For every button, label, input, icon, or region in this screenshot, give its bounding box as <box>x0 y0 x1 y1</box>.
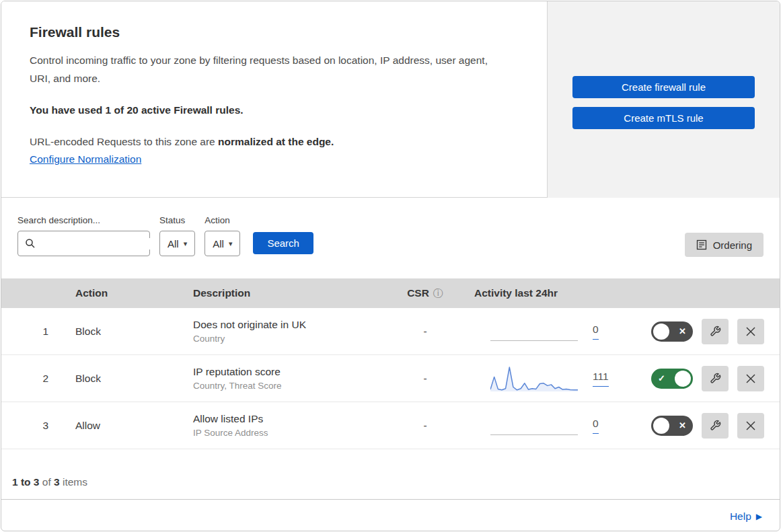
range-text: 1 to 3 <box>12 476 39 488</box>
rule-description-cell: Does not originate in UK Country <box>180 319 395 344</box>
rule-description-cell: Allow listed IPs IP Source Address <box>180 413 395 438</box>
ordering-button[interactable]: Ordering <box>685 233 764 257</box>
pagination-summary: 1 to 3 of 3 items <box>1 449 780 500</box>
action-header: Action <box>62 287 180 299</box>
search-label: Search description... <box>17 215 150 225</box>
activity-sparkline-empty <box>490 340 578 341</box>
rule-priority: 2 <box>1 373 62 385</box>
search-input[interactable] <box>41 238 175 250</box>
rule-csr: - <box>395 326 455 338</box>
top-section: Firewall rules Control incoming traffic … <box>1 1 780 198</box>
rule-action: Block <box>62 326 180 338</box>
rule-controls: ✕ <box>651 413 780 439</box>
enable-toggle[interactable]: ✕ <box>651 321 693 342</box>
usage-summary: You have used 1 of 20 active Firewall ru… <box>30 104 500 116</box>
close-icon <box>745 373 757 385</box>
toggle-off-x-icon: ✕ <box>679 420 686 430</box>
rule-activity-cell: 0 <box>455 418 651 434</box>
description-header: Description <box>180 287 395 299</box>
toggle-knob <box>675 371 691 387</box>
help-label: Help <box>730 510 751 523</box>
rules-table: Action Description CSR ⓘ Activity last 2… <box>1 278 780 449</box>
search-icon <box>25 238 36 249</box>
action-select[interactable]: All ▾ <box>204 231 240 256</box>
info-icon[interactable]: ⓘ <box>433 287 443 300</box>
delete-rule-button[interactable] <box>737 413 764 439</box>
csr-header: CSR ⓘ <box>395 287 455 300</box>
edit-rule-button[interactable] <box>702 319 729 344</box>
action-group: Action All ▾ <box>204 215 240 278</box>
rule-description: IP reputation score <box>193 366 395 378</box>
rule-activity-cell: 0 <box>455 324 651 340</box>
enable-toggle[interactable]: ✕ <box>651 416 693 436</box>
search-box <box>17 231 150 256</box>
delete-rule-button[interactable] <box>737 319 764 344</box>
rule-description-cell: IP reputation score Country, Threat Scor… <box>180 366 395 391</box>
rule-controls: ✕ <box>651 319 780 344</box>
normalization-bold: normalized at the edge. <box>218 136 334 147</box>
close-icon <box>745 326 757 338</box>
rule-controls: ✓ <box>651 366 780 391</box>
rule-csr: - <box>395 373 455 385</box>
search-button-wrap: Search <box>253 215 313 278</box>
rule-fields: IP Source Address <box>193 428 395 438</box>
normalization-note: URL-encoded Requests to this zone are no… <box>30 136 500 148</box>
rule-fields: Country, Threat Score <box>193 381 395 391</box>
status-value: All <box>168 238 179 250</box>
wrench-icon <box>710 326 721 337</box>
chevron-down-icon: ▾ <box>229 239 233 248</box>
chevron-down-icon: ▾ <box>184 239 188 248</box>
activity-sparkline <box>490 363 578 394</box>
items-text: items <box>63 476 87 488</box>
delete-rule-button[interactable] <box>737 366 764 391</box>
filter-bar: Search description... Status All ▾ Actio… <box>1 198 780 278</box>
activity-count-link[interactable]: 0 <box>593 324 599 340</box>
toggle-off-x-icon: ✕ <box>679 326 686 336</box>
table-header-row: Action Description CSR ⓘ Activity last 2… <box>1 278 780 308</box>
activity-count-link[interactable]: 0 <box>593 418 599 434</box>
action-panel: Create firewall rule Create mTLS rule <box>548 1 780 198</box>
normalization-text: URL-encoded Requests to this zone are <box>30 136 218 147</box>
total-text: 3 <box>54 476 60 488</box>
table-row: 1 Block Does not originate in UK Country… <box>1 308 780 355</box>
rule-action: Allow <box>62 420 180 432</box>
page-description: Control incoming traffic to your zone by… <box>30 52 500 87</box>
help-link[interactable]: Help ▶ <box>730 510 762 523</box>
rule-action: Block <box>62 373 180 385</box>
search-button[interactable]: Search <box>253 232 313 254</box>
create-firewall-rule-button[interactable]: Create firewall rule <box>572 76 755 98</box>
close-icon <box>745 420 757 432</box>
activity-count-link[interactable]: 111 <box>593 371 609 387</box>
csr-header-label: CSR <box>407 287 429 299</box>
rule-description: Does not originate in UK <box>193 319 395 331</box>
ordering-icon <box>696 239 707 250</box>
ordering-label: Ordering <box>713 239 752 251</box>
enable-toggle[interactable]: ✓ <box>651 369 693 389</box>
rule-priority: 1 <box>1 326 62 338</box>
activity-header: Activity last 24hr <box>455 287 651 299</box>
intro-card: Firewall rules Control incoming traffic … <box>1 1 548 198</box>
rule-priority: 3 <box>1 420 62 432</box>
rule-description: Allow listed IPs <box>193 413 395 425</box>
of-text: of <box>42 476 51 488</box>
configure-normalization-link[interactable]: Configure Normalization <box>30 153 141 165</box>
firewall-rules-page: Firewall rules Control incoming traffic … <box>1 1 780 531</box>
toggle-knob <box>653 324 669 340</box>
table-row: 3 Allow Allow listed IPs IP Source Addre… <box>1 402 780 449</box>
toggle-on-check-icon: ✓ <box>658 373 665 383</box>
right-arrow-icon: ▶ <box>756 512 762 521</box>
edit-rule-button[interactable] <box>702 366 729 391</box>
status-group: Status All ▾ <box>159 215 195 278</box>
page-title: Firewall rules <box>30 24 500 40</box>
action-label: Action <box>204 215 240 225</box>
wrench-icon <box>710 420 721 431</box>
action-value: All <box>213 238 224 250</box>
edit-rule-button[interactable] <box>702 413 729 439</box>
activity-sparkline-empty <box>490 434 578 435</box>
toggle-knob <box>653 418 669 434</box>
wrench-icon <box>710 373 721 384</box>
status-select[interactable]: All ▾ <box>159 231 195 256</box>
help-bar: Help ▶ <box>1 500 780 531</box>
create-mtls-rule-button[interactable]: Create mTLS rule <box>572 107 755 129</box>
status-label: Status <box>159 215 195 225</box>
